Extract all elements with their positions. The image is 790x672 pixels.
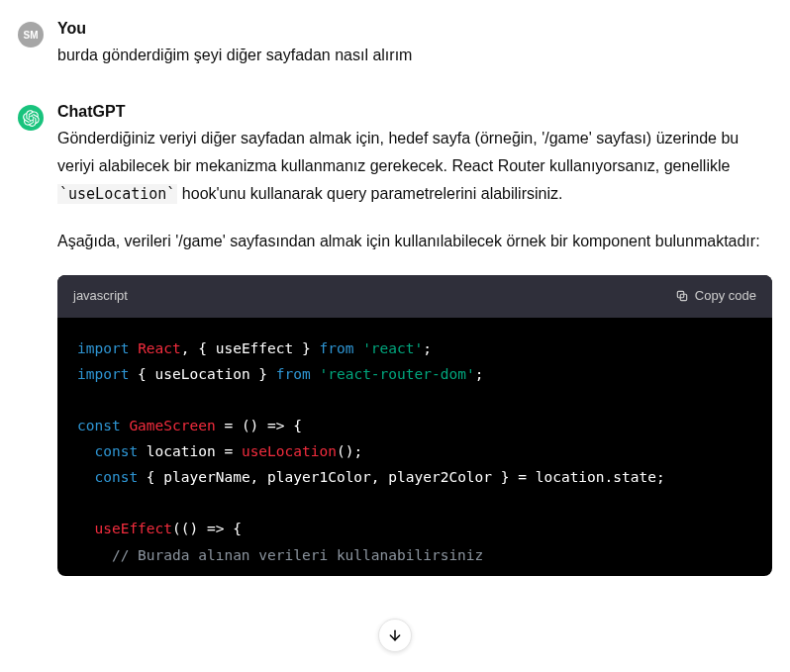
tok: // Burada alınan verileri kullanabilirsi… [112, 547, 483, 563]
tok: const [94, 443, 138, 459]
tok: { playerName, player1Color, player2Color… [147, 469, 510, 485]
assistant-name: ChatGPT [57, 103, 772, 121]
openai-logo-icon [23, 110, 40, 127]
tok: useLocation [155, 366, 250, 382]
assistant-paragraph-1: Gönderdiğiniz veriyi diğer sayfadan alma… [57, 125, 772, 208]
tok: (() => { [172, 521, 242, 536]
assistant-text: Gönderdiğiniz veriyi diğer sayfadan alma… [57, 125, 772, 576]
tok: import [77, 366, 129, 382]
user-message-body: You burda gönderdiğim şeyi diğer sayfada… [57, 20, 772, 69]
assistant-message-body: ChatGPT Gönderdiğiniz veriyi diğer sayfa… [57, 103, 772, 576]
tok: useLocation [242, 443, 337, 459]
tok: useEffect [216, 340, 294, 356]
p1-pre: Gönderdiğiniz veriyi diğer sayfadan alma… [57, 130, 739, 174]
inline-code-uselocation: `useLocation` [57, 184, 177, 204]
tok: React [138, 340, 181, 356]
assistant-message: ChatGPT Gönderdiğiniz veriyi diğer sayfa… [18, 103, 772, 576]
tok: from [319, 340, 353, 356]
copy-code-button[interactable]: Copy code [675, 285, 756, 308]
user-text: burda gönderdiğim şeyi diğer sayfadan na… [57, 42, 772, 69]
code-header: javascript Copy code [57, 275, 772, 318]
tok: location.state [536, 469, 656, 485]
user-message: SM You burda gönderdiğim şeyi diğer sayf… [18, 20, 772, 69]
code-block: javascript Copy code import React, { use… [57, 275, 772, 576]
copy-code-label: Copy code [695, 285, 756, 308]
code-content[interactable]: import React, { useEffect } from 'react'… [57, 318, 772, 576]
user-name: You [57, 20, 772, 38]
tok: useEffect [94, 521, 172, 536]
arrow-down-icon [387, 627, 403, 643]
assistant-paragraph-2: Aşağıda, verileri '/game' sayfasından al… [57, 228, 772, 255]
tok: import [77, 340, 129, 356]
user-avatar: SM [18, 22, 44, 48]
tok: from [276, 366, 311, 382]
conversation: SM You burda gönderdiğim şeyi diğer sayf… [0, 0, 790, 576]
scroll-to-bottom-button[interactable] [378, 619, 412, 652]
tok: const [94, 469, 138, 485]
tok: 'react-router-dom' [319, 366, 474, 382]
copy-icon [675, 289, 689, 303]
tok: const [77, 418, 121, 433]
tok: 'react' [362, 340, 423, 356]
p1-post: hook'unu kullanarak query parametrelerin… [177, 185, 562, 202]
user-avatar-initials: SM [24, 30, 39, 41]
code-language-label: javascript [73, 285, 128, 308]
assistant-avatar [18, 105, 44, 131]
tok: GameScreen [129, 418, 215, 433]
tok: location [147, 443, 216, 459]
